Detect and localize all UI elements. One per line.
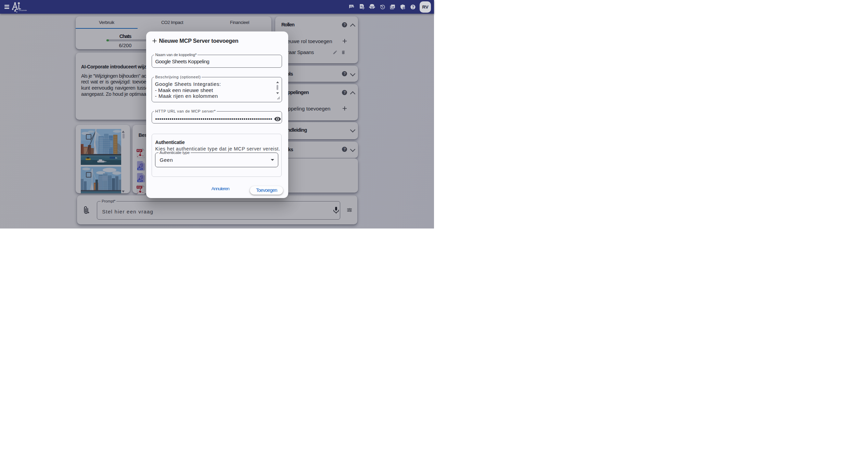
svg-text:Corporate: Corporate [19, 9, 27, 11]
